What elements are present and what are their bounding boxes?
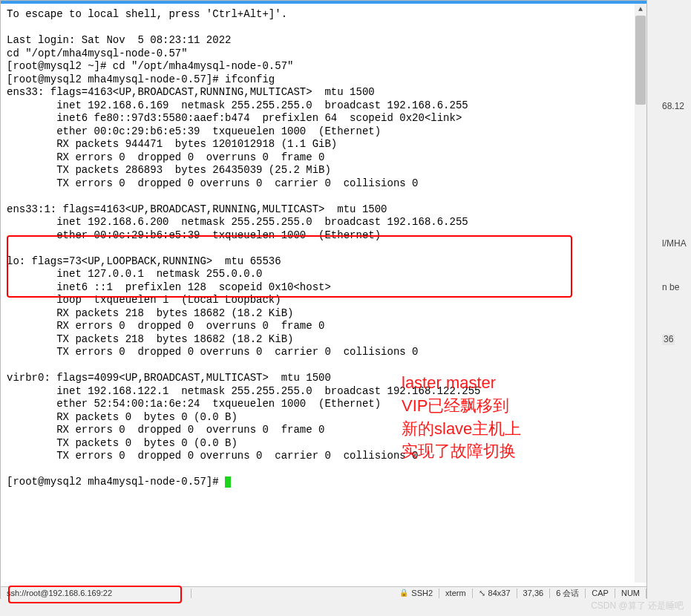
terminal-line: TX packets 0 bytes 0 (0.0 B) <box>7 437 238 449</box>
background-text: l/MHA <box>662 238 687 249</box>
terminal-line: ether 00:0c:29:b6:e5:39 txqueuelen 1000 … <box>7 125 381 137</box>
terminal-line: Last login: Sat Nov 5 08:23:11 2022 <box>7 34 231 46</box>
terminal-line: RX packets 218 bytes 18682 (18.2 KiB) <box>7 307 293 319</box>
annotation-text: laster master VIP已经飘移到 新的slave主机上 实现了故障切… <box>402 372 521 463</box>
terminal-line: TX errors 0 dropped 0 overruns 0 carrier… <box>7 450 419 462</box>
highlight-box-connection <box>8 586 182 603</box>
status-protocol: 🔒 SSH2 <box>393 589 439 599</box>
terminal-line: cd "/opt/mha4mysql-node-0.57" <box>7 47 188 59</box>
status-term: xterm <box>439 589 473 599</box>
terminal-line: RX packets 944471 bytes 1201012918 (1.1 … <box>7 138 337 150</box>
terminal-line: To escape to local shell, press 'Ctrl+Al… <box>7 8 287 20</box>
status-size: ⤡ 84x37 <box>473 589 517 599</box>
terminal-line: TX packets 286893 bytes 26435039 (25.2 M… <box>7 164 331 176</box>
terminal-line: inet 192.168.6.169 netmask 255.255.255.0… <box>7 99 468 111</box>
status-sessions: 6 会话 <box>550 589 586 599</box>
terminal-line: inet6 fe80::97d3:5580:aaef:b474 prefixle… <box>7 112 462 124</box>
terminal-prompt: [root@mysql2 mha4mysql-node-0.57]# <box>7 476 225 488</box>
terminal-line: [root@mysql2 mha4mysql-node-0.57]# ifcon… <box>7 73 275 85</box>
status-num: NUM <box>615 589 646 599</box>
terminal-line: TX packets 218 bytes 18682 (18.2 KiB) <box>7 333 293 345</box>
cursor-icon <box>225 476 231 488</box>
background-text: 36 <box>662 334 675 345</box>
terminal-line: virbr0: flags=4099<UP,BROADCAST,MULTICAS… <box>7 372 331 384</box>
status-position: 37,36 <box>517 589 551 599</box>
terminal-line: [root@mysql2 ~]# cd "/opt/mha4mysql-node… <box>7 60 293 72</box>
watermark: CSDN @算了 还是睡吧 <box>591 600 684 612</box>
terminal-line: TX errors 0 dropped 0 overruns 0 carrier… <box>7 346 419 358</box>
terminal-line: RX packets 0 bytes 0 (0.0 B) <box>7 411 238 423</box>
vertical-scrollbar[interactable]: ▲ <box>635 4 646 583</box>
scroll-up-icon[interactable]: ▲ <box>635 4 646 16</box>
terminal-line: RX errors 0 dropped 0 overruns 0 frame 0 <box>7 424 324 436</box>
terminal-line: inet 192.168.6.200 netmask 255.255.255.0… <box>7 216 468 228</box>
terminal-line: RX errors 0 dropped 0 overruns 0 frame 0 <box>7 151 324 163</box>
terminal-line: TX errors 0 dropped 0 overruns 0 carrier… <box>7 177 419 189</box>
terminal-line: ens33: flags=4163<UP,BROADCAST,RUNNING,M… <box>7 86 375 98</box>
terminal-line: RX errors 0 dropped 0 overruns 0 frame 0 <box>7 320 324 332</box>
background-text: n be <box>662 282 679 293</box>
status-cap: CAP <box>586 589 615 599</box>
status-protocol-label: SSH2 <box>411 589 433 599</box>
highlight-box-ens33-1 <box>7 235 572 298</box>
terminal-line: ens33:1: flags=4163<UP,BROADCAST,RUNNING… <box>7 203 387 215</box>
lock-icon: 🔒 <box>399 589 408 598</box>
status-size-label: 84x37 <box>488 589 511 599</box>
scroll-thumb[interactable] <box>635 16 646 105</box>
background-text: 68.12 <box>662 101 684 112</box>
terminal-window: To escape to local shell, press 'Ctrl+Al… <box>0 0 647 599</box>
resize-icon: ⤡ <box>479 589 485 599</box>
terminal-line: ether 52:54:00:1a:6e:24 txqueuelen 1000 … <box>7 398 381 410</box>
